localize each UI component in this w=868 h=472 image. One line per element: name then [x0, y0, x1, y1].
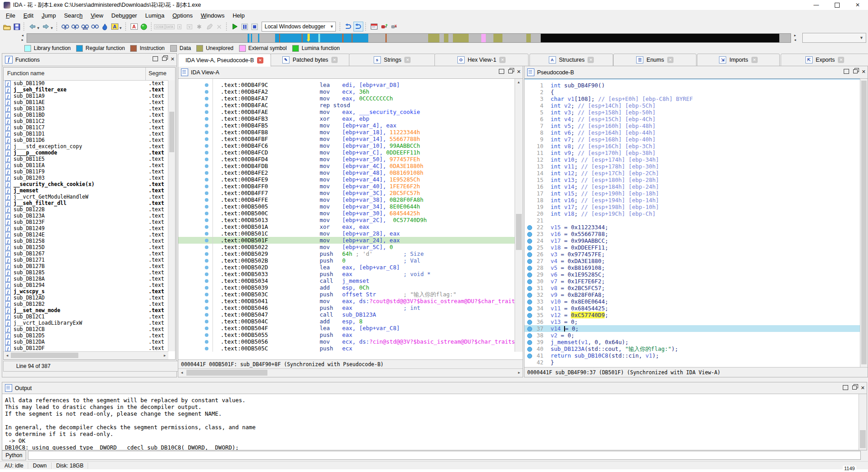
- tab-close-icon[interactable]: ✕: [404, 57, 411, 63]
- disasm-line[interactable]: .text:00DB4FE2mov[ebp+var_48], 0B8169108…: [178, 169, 515, 176]
- tab-hex-view-1[interactable]: OHex View-1✕: [434, 54, 529, 66]
- pseudocode-vscrollbar[interactable]: [860, 79, 868, 367]
- function-row[interactable]: fsub_DB11B3.text: [4, 105, 168, 112]
- pseudocode-line[interactable]: 8int v6; // [esp+164h] [ebp-44h]: [524, 129, 860, 136]
- disassembly-hscrollbar[interactable]: ◂ ▸: [178, 368, 523, 377]
- disassembly-listing[interactable]: .text:00DB4F9Cleaedi, [ebp+var_D8].text:…: [178, 79, 515, 352]
- search-again-button[interactable]: [90, 22, 100, 32]
- start-process-button[interactable]: [230, 22, 240, 32]
- scroll-thumb[interactable]: [516, 214, 522, 250]
- disasm-line[interactable]: .text:00DB505Cpushecx: [178, 345, 515, 352]
- menu-options[interactable]: Options: [168, 11, 197, 20]
- tab-close-icon[interactable]: ✕: [257, 57, 263, 64]
- pseudocode-close-icon[interactable]: ✕: [862, 69, 866, 74]
- disasm-line[interactable]: .text:00DB5029push64h ; 'd'; Size: [178, 250, 515, 257]
- function-row[interactable]: fsub_DB11E5.text: [4, 156, 168, 162]
- menu-jump[interactable]: Jump: [37, 11, 60, 20]
- pseudocode-line[interactable]: 17int v15; // [esp+190h] [ebp-18h]: [524, 190, 860, 197]
- band-combo[interactable]: ▼: [802, 33, 866, 43]
- pseudocode-maximize-icon[interactable]: [844, 69, 849, 74]
- function-row[interactable]: fsub_DB12D5.text: [4, 332, 168, 339]
- navigate-forward-button[interactable]: [41, 22, 51, 32]
- disasm-line[interactable]: .text:00DB4FFEmov[ebp+var_38], 0B28F0FA8…: [178, 196, 515, 203]
- pseudocode-line[interactable]: 38v2 = 0;: [524, 332, 860, 339]
- function-row[interactable]: fj__vcrt_LoadLibraryExW.text: [4, 320, 168, 326]
- scroll-thumb[interactable]: [860, 430, 866, 448]
- pseudocode-line[interactable]: 6int v4; // [esp+15Ch] [ebp-4Ch]: [524, 116, 860, 123]
- tab-close-icon[interactable]: ✕: [588, 57, 594, 63]
- disasm-line[interactable]: .text:00DB502Bpush0; Val: [178, 257, 515, 264]
- disasm-line[interactable]: .text:00DB4F9Cleaedi, [ebp+var_D8]: [178, 82, 515, 88]
- pseudocode-header[interactable]: Pseudocode-B ✕: [524, 66, 868, 79]
- function-row[interactable]: fj___p__commode.text: [4, 150, 168, 156]
- function-row[interactable]: fsub_DB1285.text: [4, 269, 168, 276]
- menu-lumina[interactable]: Lumina: [141, 11, 168, 20]
- navigation-band[interactable]: [27, 33, 791, 43]
- edit-function-button[interactable]: [204, 22, 214, 32]
- jump-address-button[interactable]: [100, 22, 110, 32]
- function-row[interactable]: fsub_DB1249.text: [4, 225, 168, 231]
- python-label[interactable]: Python: [2, 450, 26, 460]
- pseudocode-line[interactable]: 16int v14; // [esp+184h] [ebp-24h]: [524, 183, 860, 190]
- disasm-line[interactable]: .text:00DB5005mov[ebp+var_34], 8E0E0644h: [178, 203, 515, 210]
- pseudocode-line[interactable]: 18int v16; // [esp+194h] [ebp-14h]: [524, 197, 860, 204]
- menu-search[interactable]: Search: [60, 11, 86, 20]
- disasm-line[interactable]: .text:00DB502Dleaeax, [ebp+var_C8]: [178, 264, 515, 271]
- function-row[interactable]: fsub_DB11BD.text: [4, 112, 168, 118]
- tab-enums[interactable]: ☰Enums✕: [613, 54, 696, 66]
- navigate-back-button[interactable]: [27, 22, 37, 32]
- function-row[interactable]: fsub_DB125D.text: [4, 244, 168, 250]
- disasm-line[interactable]: .text:00DB5056movecx, ds:?cin@std@@3V?$b…: [178, 338, 515, 345]
- pseudocode-line[interactable]: 25v18 = 0xDDEEFF11;: [524, 244, 860, 251]
- pseudocode-line[interactable]: 9int v7; // [esp+168h] [ebp-40h]: [524, 136, 860, 143]
- disasm-line[interactable]: .text:00DB4FCDmov[ebp+var_C], 0DDEEFF11h: [178, 149, 515, 156]
- names-window-button[interactable]: A: [110, 22, 120, 32]
- undefine-button[interactable]: x: [175, 22, 185, 32]
- pseudocode-line[interactable]: 3char v1[108]; // [esp+E0h] [ebp-C8h] BY…: [524, 95, 860, 102]
- debugger-combo[interactable]: Local Windows debugger▼: [262, 22, 336, 32]
- functions-hscrollbar[interactable]: ◂ ▸: [4, 351, 168, 359]
- function-row[interactable]: fsub_DB1294.text: [4, 282, 168, 288]
- disasm-line[interactable]: .text:00DB4FB3xoreax, ebp: [178, 115, 515, 122]
- pause-process-button[interactable]: [240, 22, 250, 32]
- band-scroll-right-icon[interactable]: ▸: [20, 38, 25, 42]
- pseudocode-line[interactable]: 40sub_DB123A(std::cout, "输入你的flag:");: [524, 345, 860, 352]
- function-row[interactable]: fj__vcrt_GetModuleHandleW.text: [4, 194, 168, 200]
- function-row[interactable]: fj__seh_filter_dll.text: [4, 200, 168, 206]
- disasm-line[interactable]: .text:00DB4FD4mov[ebp+var_50], 977457FEh: [178, 156, 515, 163]
- band-left-arrow-icon[interactable]: ◂: [792, 38, 798, 42]
- function-row[interactable]: fsub_DB1190.text: [4, 80, 168, 86]
- function-row[interactable]: fsub_DB1271.text: [4, 257, 168, 263]
- function-row[interactable]: fj_memset.text: [4, 187, 168, 194]
- column-function-name[interactable]: Function name: [7, 70, 45, 77]
- scroll-thumb[interactable]: [861, 81, 867, 364]
- ida-view-close-icon[interactable]: ✕: [517, 69, 521, 74]
- minimize-button[interactable]: —: [806, 0, 827, 10]
- function-row[interactable]: fsub_DB128A.text: [4, 276, 168, 282]
- pseudocode-line[interactable]: 2{: [524, 89, 860, 95]
- disasm-line[interactable]: .text:00DB4FA7moveax, 0CCCCCCCCh: [178, 95, 515, 102]
- create-code-button[interactable]: CODE: [155, 22, 165, 32]
- pseudocode-line[interactable]: 24v17 = 0x99AABBCC;: [524, 237, 860, 244]
- function-row[interactable]: fsub_DB127B.text: [4, 263, 168, 269]
- functions-maximize-icon[interactable]: [153, 56, 158, 61]
- pseudocode-line[interactable]: 13int v11; // [esp+178h] [ebp-30h]: [524, 163, 860, 170]
- lumina-button[interactable]: [139, 22, 149, 32]
- create-string-button[interactable]: 's': [185, 22, 194, 32]
- close-button[interactable]: ✕: [847, 0, 868, 10]
- search-binary-button[interactable]: #: [60, 22, 70, 32]
- function-row[interactable]: fj_wcscpy_s.text: [4, 288, 168, 295]
- function-row[interactable]: fsub_DB12C1.text: [4, 313, 168, 320]
- tab-close-icon[interactable]: ✕: [499, 57, 506, 63]
- disasm-line[interactable]: .text:00DB5046pusheax; int: [178, 304, 515, 311]
- function-row[interactable]: fj___std_exception_copy.text: [4, 143, 168, 150]
- band-right-arrow-icon[interactable]: ▸: [792, 33, 798, 37]
- pseudocode-line[interactable]: 31v8 = 0x2BC5FC57;: [524, 285, 860, 291]
- function-row[interactable]: fsub_DB11EA.text: [4, 162, 168, 168]
- function-row[interactable]: fj__set_new_mode.text: [4, 307, 168, 313]
- menu-view[interactable]: View: [86, 11, 107, 20]
- pseudocode-line[interactable]: 12int v10; // [esp+174h] [ebp-34h]: [524, 156, 860, 163]
- function-row[interactable]: fsub_DB12DF.text: [4, 345, 168, 351]
- disasm-line[interactable]: .text:00DB5055pusheax: [178, 331, 515, 338]
- function-row[interactable]: fsub_DB12CB.text: [4, 326, 168, 332]
